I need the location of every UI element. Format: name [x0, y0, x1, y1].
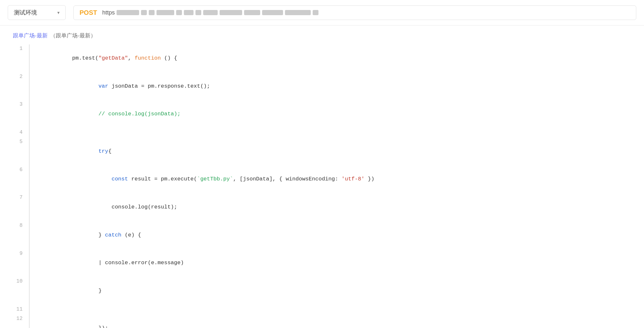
env-label: 测试环境 [14, 9, 37, 16]
line-number: 8 [13, 221, 29, 249]
table-row: 3 // console.log(jsonData); [13, 100, 631, 128]
code-line-11 [30, 305, 631, 314]
code-line-1: pm.test("getData", function () { [30, 44, 631, 72]
url-segment-13 [313, 10, 318, 15]
url-segment-12 [285, 10, 311, 15]
url-segment-1 [117, 10, 139, 15]
line-number: 7 [13, 193, 29, 221]
table-row: 6 const result = pm.execute(`getTbb.py`,… [13, 166, 631, 194]
code-editor: 1 pm.test("getData", function () { 2 var… [6, 44, 638, 328]
url-segment-6 [184, 10, 194, 15]
line-number: 2 [13, 72, 29, 101]
table-row: 4 [13, 128, 631, 138]
url-segment-3 [149, 10, 155, 15]
code-line-8: } catch (e) { [30, 221, 631, 249]
breadcrumb-sub: （跟单广场-最新） [50, 33, 96, 39]
line-number: 12 [13, 314, 29, 328]
table-row: 11 [13, 305, 631, 314]
request-url: https [102, 9, 318, 16]
url-segment-8 [203, 10, 218, 15]
line-number: 11 [13, 305, 29, 314]
table-row: 2 var jsonData = pm.response.text(); [13, 72, 631, 101]
code-line-7: console.log(result); [30, 193, 631, 221]
line-number: 5 [13, 138, 29, 166]
url-bar: POST https [73, 5, 636, 20]
code-line-12: }); [30, 314, 631, 328]
line-number: 1 [13, 44, 29, 72]
table-row: 9 | console.error(e.message) [13, 249, 631, 277]
url-segment-5 [176, 10, 182, 15]
breadcrumb: 跟单广场-最新 （跟单广场-最新） [0, 25, 644, 44]
top-bar: 测试环境 ▾ POST https [0, 0, 644, 25]
url-segment-4 [156, 10, 174, 15]
line-number: 4 [13, 128, 29, 138]
line-number: 10 [13, 277, 29, 305]
code-line-3: // console.log(jsonData); [30, 100, 631, 128]
url-segment-7 [195, 10, 201, 15]
url-segment-11 [262, 10, 283, 15]
table-row: 12 }); [13, 314, 631, 328]
line-number: 9 [13, 249, 29, 277]
table-row: 1 pm.test("getData", function () { [13, 44, 631, 72]
code-line-6: const result = pm.execute(`getTbb.py`, [… [30, 166, 631, 194]
table-row: 8 } catch (e) { [13, 221, 631, 249]
code-line-4 [30, 128, 631, 138]
code-line-2: var jsonData = pm.response.text(); [30, 72, 631, 101]
env-selector[interactable]: 测试环境 ▾ [8, 5, 66, 20]
table-row: 5 try{ [13, 138, 631, 166]
chevron-down-icon: ▾ [57, 10, 60, 15]
url-segment-9 [220, 10, 242, 15]
table-row: 10 } [13, 277, 631, 305]
code-line-9: | console.error(e.message) [30, 249, 631, 277]
line-number: 6 [13, 166, 29, 194]
breadcrumb-link[interactable]: 跟单广场-最新 [13, 33, 48, 39]
code-table: 1 pm.test("getData", function () { 2 var… [13, 44, 631, 328]
line-number: 3 [13, 100, 29, 128]
url-segment-2 [141, 10, 147, 15]
table-row: 7 console.log(result); [13, 193, 631, 221]
http-method: POST [80, 9, 97, 16]
url-segment-10 [244, 10, 260, 15]
code-line-5: try{ [30, 138, 631, 166]
code-line-10: } [30, 277, 631, 305]
